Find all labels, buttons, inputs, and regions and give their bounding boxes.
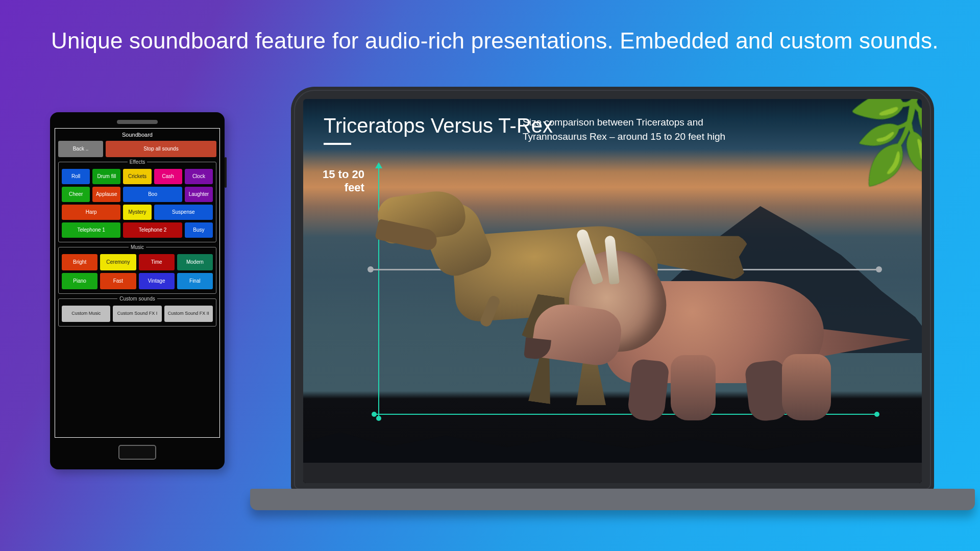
custom-sound-button-custom-music[interactable]: Custom Music: [62, 306, 110, 322]
effect-button-drum-fill[interactable]: Drum fill: [92, 169, 120, 184]
effects-group: Effects RollDrum fillCricketsCashClockCh…: [58, 159, 216, 242]
music-group: Music BrightCeremonyTimeModernPianoFastV…: [58, 244, 216, 294]
phone-earpiece: [117, 120, 158, 124]
axis-dot: [376, 416, 381, 421]
music-button-ceremony[interactable]: Ceremony: [100, 254, 136, 270]
slide-bottom-bar: [303, 463, 922, 483]
effect-button-boo[interactable]: Boo: [123, 187, 182, 202]
music-legend: Music: [129, 244, 146, 250]
music-button-modern[interactable]: Modern: [177, 254, 213, 270]
effect-button-laughter[interactable]: Laughter: [185, 187, 213, 202]
effect-button-clock[interactable]: Clock: [185, 169, 213, 184]
phone-device: Soundboard Back .. Stop all sounds Effec…: [50, 112, 225, 469]
effect-button-applause[interactable]: Applause: [92, 187, 120, 202]
laptop-device: 🌿 Triceratops Versus T-Rex Size comparis…: [291, 87, 934, 492]
presentation-slide: 🌿 Triceratops Versus T-Rex Size comparis…: [303, 99, 922, 483]
music-button-final[interactable]: Final: [177, 273, 213, 289]
laptop-base: [250, 489, 975, 510]
effect-button-cash[interactable]: Cash: [154, 169, 182, 184]
effect-button-harp[interactable]: Harp: [62, 205, 120, 220]
stop-all-sounds-button[interactable]: Stop all sounds: [106, 141, 216, 157]
phone-navbar: [54, 441, 221, 463]
phone-screen: Soundboard Back .. Stop all sounds Effec…: [55, 128, 220, 438]
effect-button-telephone-2[interactable]: Telephone 2: [123, 222, 182, 238]
music-button-piano[interactable]: Piano: [62, 273, 97, 289]
slide-title-underline: [324, 143, 351, 145]
effect-button-mystery[interactable]: Mystery: [123, 205, 151, 220]
music-button-time[interactable]: Time: [139, 254, 175, 270]
effect-button-crickets[interactable]: Crickets: [123, 169, 151, 184]
custom-legend: Custom sounds: [117, 296, 157, 302]
phone-power-button: [225, 157, 227, 188]
slide-title: Triceratops Versus T-Rex: [324, 114, 553, 137]
slide-description: Size comparison between Triceratops and …: [523, 115, 727, 143]
effect-button-busy[interactable]: Busy: [185, 222, 213, 238]
palm-leaf-icon: 🌿: [844, 99, 922, 184]
effects-legend: Effects: [128, 159, 147, 165]
triceratops-illustration: [528, 253, 905, 421]
effect-button-roll[interactable]: Roll: [62, 169, 90, 184]
back-button[interactable]: Back ..: [58, 141, 103, 157]
height-label: 15 to 20 feet: [323, 168, 364, 195]
effect-button-cheer[interactable]: Cheer: [62, 187, 90, 202]
axis-dot: [372, 412, 377, 417]
headline-text: Unique soundboard feature for audio-rich…: [51, 28, 939, 54]
custom-sound-button-custom-sound-fx-ii[interactable]: Custom Sound FX II: [164, 306, 213, 322]
phone-home-button[interactable]: [118, 445, 156, 460]
soundboard-title: Soundboard: [58, 130, 216, 140]
custom-group: Custom sounds Custom MusicCustom Sound F…: [58, 296, 216, 327]
music-button-bright[interactable]: Bright: [62, 254, 97, 270]
custom-sound-button-custom-sound-fx-i[interactable]: Custom Sound FX I: [113, 306, 161, 322]
music-button-vintage[interactable]: Vintage: [139, 273, 175, 289]
effect-button-telephone-1[interactable]: Telephone 1: [62, 222, 120, 238]
effect-button-suspense[interactable]: Suspense: [154, 205, 213, 220]
music-button-fast[interactable]: Fast: [100, 273, 136, 289]
